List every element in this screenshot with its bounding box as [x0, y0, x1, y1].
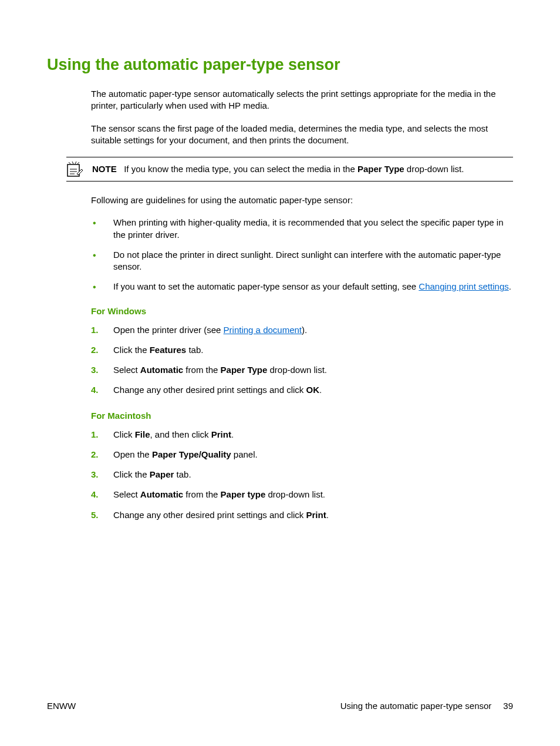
- bold-text: Automatic: [140, 489, 183, 499]
- bold-text: Paper Type: [221, 365, 268, 375]
- mac-heading: For Macintosh: [91, 411, 513, 421]
- intro-paragraph-1: The automatic paper-type sensor automati…: [91, 88, 513, 112]
- guidelines-intro: Following are guidelines for using the a…: [91, 194, 513, 206]
- page-footer: ENWW Using the automatic paper-type sens…: [47, 701, 513, 711]
- list-item: When printing with higher-quality media,…: [91, 217, 513, 241]
- bold-text: Paper: [150, 469, 174, 479]
- note-box: NOTE If you know the media type, you can…: [66, 157, 513, 182]
- step-item: Change any other desired print settings …: [91, 384, 513, 396]
- bold-text: Print: [306, 510, 326, 520]
- step-item: Open the printer driver (see Printing a …: [91, 324, 513, 336]
- note-body-bold: Paper Type: [357, 164, 404, 174]
- mac-steps: Click File, and then click Print. Open t…: [91, 429, 513, 521]
- step-item: Change any other desired print settings …: [91, 509, 513, 521]
- bullet-text-before: If you want to set the automatic paper-t…: [113, 281, 419, 291]
- list-item: Do not place the printer in direct sunli…: [91, 249, 513, 273]
- step-item: Select Automatic from the Paper Type dro…: [91, 364, 513, 376]
- bold-text: OK: [306, 385, 320, 395]
- bullet-text-after: .: [509, 281, 511, 291]
- windows-steps: Open the printer driver (see Printing a …: [91, 324, 513, 396]
- bold-text: Print: [211, 429, 231, 439]
- link-changing-print-settings[interactable]: Changing print settings: [419, 281, 508, 291]
- note-body-after: drop-down list.: [404, 164, 464, 174]
- bold-text: Automatic: [140, 365, 183, 375]
- list-item: If you want to set the automatic paper-t…: [91, 281, 513, 293]
- note-label: NOTE: [92, 164, 117, 174]
- intro-paragraph-2: The sensor scans the first page of the l…: [91, 123, 513, 147]
- footer-left: ENWW: [47, 701, 76, 711]
- step-item: Click File, and then click Print.: [91, 429, 513, 441]
- footer-section-title: Using the automatic paper-type sensor: [340, 701, 492, 711]
- step-item: Click the Paper tab.: [91, 469, 513, 480]
- guidelines-list: When printing with higher-quality media,…: [91, 217, 513, 293]
- step-item: Select Automatic from the Paper type dro…: [91, 489, 513, 500]
- link-printing-a-document[interactable]: Printing a document: [224, 325, 302, 335]
- step-text-after: ).: [302, 325, 307, 335]
- bold-text: Paper Type/Quality: [152, 449, 231, 459]
- page-heading: Using the automatic paper-type sensor: [47, 56, 513, 74]
- note-icon: [66, 161, 85, 177]
- note-text: NOTE If you know the media type, you can…: [92, 161, 464, 175]
- step-item: Click the Features tab.: [91, 344, 513, 356]
- bold-text: Paper type: [221, 489, 266, 499]
- note-body-before: If you know the media type, you can sele…: [124, 164, 357, 174]
- bold-text: File: [135, 429, 150, 439]
- step-text-before: Open the printer driver (see: [113, 325, 224, 335]
- windows-heading: For Windows: [91, 306, 513, 316]
- step-item: Open the Paper Type/Quality panel.: [91, 449, 513, 461]
- footer-page-number: 39: [503, 701, 513, 711]
- bold-text: Features: [150, 345, 187, 355]
